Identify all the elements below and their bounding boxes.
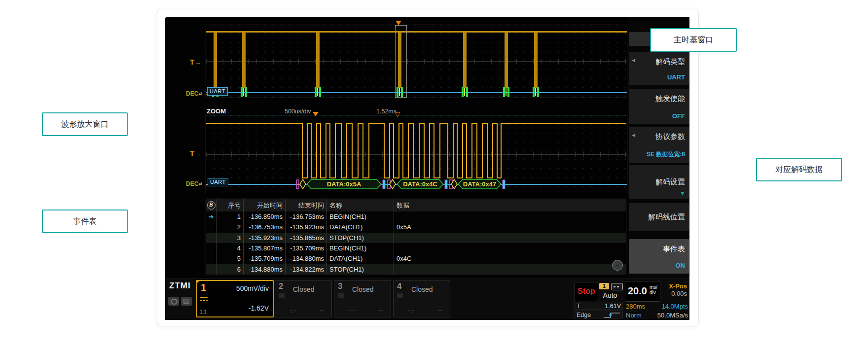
main-trigger-position-marker — [396, 21, 401, 25]
usb-icon[interactable] — [181, 297, 192, 306]
channel-1-box[interactable]: 1 1:1 500mV/div -1.62V — [196, 280, 274, 317]
main-waveform-high-level — [206, 31, 627, 33]
event-no: 2 — [217, 222, 244, 232]
row-icon-cell — [206, 233, 217, 243]
chevron-left-icon: ◀ — [632, 133, 635, 138]
col-header-no: 序号 — [217, 199, 244, 211]
event-data — [394, 233, 626, 243]
event-no: 1 — [217, 211, 244, 222]
zoom-trigger-position-marker — [313, 112, 319, 116]
event-start-time: -136.753ms — [244, 222, 286, 232]
event-end-time: -134.822ms — [286, 264, 327, 274]
event-no: 6 — [217, 264, 244, 274]
brand-logo: ZTMI — [169, 281, 191, 291]
event-end-time: -135.923ms — [286, 222, 327, 232]
event-name: DATA(CH1) — [327, 222, 394, 232]
gesture-icon[interactable] — [168, 297, 179, 306]
main-uart-bus-label: UART — [207, 87, 228, 96]
row-icon-cell — [206, 222, 217, 232]
chevron-down-icon: ⌄ — [615, 261, 620, 268]
trigger-source-badge[interactable]: 1 — [599, 283, 609, 289]
event-table-row[interactable]: 5-135.709ms-134.880msDATA(CH1)0x4C — [206, 253, 626, 264]
uart-burst — [534, 32, 538, 88]
uart-burst — [242, 32, 246, 88]
event-table-row[interactable]: 4-135.807ms-135.709msBEGIN(CH1) — [206, 243, 626, 253]
event-name: STOP(CH1) — [327, 233, 394, 243]
event-data — [394, 264, 626, 274]
annotated-oscilloscope-figure: UART T→ DEC⇄→ ZOOM 500us/div 1.52ms — [0, 0, 868, 350]
callout-zoom-window: 波形放大窗口 — [42, 112, 128, 136]
event-end-time: -136.753ms — [286, 211, 327, 222]
table-scroll-down-button[interactable]: ⌄ — [612, 260, 623, 271]
uart-burst — [316, 32, 320, 88]
menu-item-trigger-enable[interactable]: 触发使能 OFF — [629, 89, 689, 124]
channel-2-box[interactable]: 2 − Closed -.- -- — [275, 280, 332, 317]
capture-window-readout: 280ms — [626, 303, 645, 310]
event-table-row[interactable]: 2-136.753ms-135.923msDATA(CH1)0x5A — [206, 222, 626, 232]
right-arrow-icon: → — [194, 59, 201, 66]
bus-source-icon[interactable] — [611, 283, 623, 290]
menu-item-event-table[interactable]: 事件表 ON — [629, 239, 689, 274]
menu-item-decode-line-position[interactable]: 解码线位置 — [629, 203, 689, 231]
main-decode-line — [206, 92, 627, 93]
zoom-offset-readout: 1.52ms — [376, 108, 397, 115]
zoom-dec-label: DEC⇄→ — [186, 180, 208, 187]
row-icon-cell — [206, 243, 217, 253]
channel-1-scale: 500mV/div — [236, 284, 269, 292]
channel-3-box[interactable]: 3 − Closed -.- -- — [334, 280, 391, 317]
minus-icon: − — [279, 293, 285, 298]
memory-depth-readout: 14.0Mpts — [652, 303, 688, 310]
oscilloscope-screen: UART T→ DEC⇄→ ZOOM 500us/div 1.52ms — [165, 17, 689, 319]
decode-menu-sidebar: 解 码 ◀ 解码类型 UART 触发使能 OFF ◀ 协议参数 _SE 数据位宽… — [628, 17, 689, 319]
event-no: 3 — [217, 233, 244, 243]
channel-1-probe-ratio: 1:1 — [200, 309, 207, 315]
swap-arrow-icon: ⇄ — [198, 181, 202, 186]
channel-3-state: Closed — [352, 285, 374, 293]
main-dec-label: DEC⇄→ — [186, 90, 208, 97]
decode-data-bubble-1: DATA:0x5A — [307, 179, 381, 189]
event-start-time: -135.709ms — [244, 253, 286, 264]
event-data: 0x4C — [394, 253, 626, 264]
trigger-sweep-mode[interactable]: Auto — [598, 291, 622, 299]
zoom-waveform-window: DATA:0x5A DATA:0x4C DATA:0x47 UART — [206, 115, 627, 194]
event-start-time: -134.880ms — [244, 264, 286, 274]
menu-item-decode-type[interactable]: ◀ 解码类型 UART — [629, 52, 689, 85]
event-table-row[interactable]: ➜1-136.850ms-136.753msBEGIN(CH1) — [206, 211, 626, 222]
right-arrow-icon: → — [202, 180, 208, 187]
trigger-type-row[interactable]: Edge — [574, 311, 623, 318]
event-name: DATA(CH1) — [327, 253, 394, 264]
event-start-time: -136.850ms — [244, 211, 286, 222]
decode-activity-mark — [241, 87, 247, 97]
decode-activity-mark — [503, 87, 509, 97]
event-table: B 序号 开始时间 结束时间 名称 数据 ➜1-136.850ms-136.75… — [206, 199, 626, 274]
event-table-row[interactable]: 3-135.923ms-135.865msSTOP(CH1) — [206, 233, 626, 243]
event-end-time: -135.865ms — [286, 233, 327, 243]
acquisition-state-badge[interactable]: Stop — [575, 282, 598, 301]
trigger-level-row[interactable]: T 1.61V — [574, 302, 623, 310]
bus-icon-cell: B — [206, 199, 217, 211]
menu-more-indicator[interactable]: ▼ — [680, 190, 686, 197]
row-icon-cell — [206, 253, 217, 264]
event-no: 5 — [217, 253, 244, 264]
minus-icon: − — [397, 293, 403, 298]
event-table-row[interactable]: 6-134.880ms-134.822msSTOP(CH1) — [206, 264, 626, 274]
event-data — [394, 211, 626, 222]
rising-edge-icon — [603, 312, 621, 318]
event-start-time: -135.923ms — [244, 233, 286, 243]
timebase-box[interactable]: 20.0 ms/ div — [625, 281, 660, 302]
event-data — [394, 243, 626, 253]
zoom-title: ZOOM — [207, 107, 226, 115]
minus-icon: − — [338, 293, 344, 298]
channel-4-box[interactable]: 4 − Closed -.- -- — [393, 280, 450, 317]
zoom-region-bracket[interactable] — [395, 25, 407, 98]
callout-decode-data: 对应解码数据 — [756, 158, 842, 181]
event-start-time: -135.807ms — [244, 243, 286, 253]
col-header-start: 开始时间 — [244, 199, 286, 211]
decode-activity-mark — [462, 87, 468, 97]
event-name: STOP(CH1) — [327, 264, 394, 274]
menu-item-protocol-params[interactable]: ◀ 协议参数 _SE 数据位宽:8 — [629, 127, 689, 163]
right-arrow-icon: → — [202, 90, 208, 97]
event-no: 4 — [217, 243, 244, 253]
main-center-gridline — [206, 59, 627, 64]
event-end-time: -134.880ms — [286, 253, 327, 264]
